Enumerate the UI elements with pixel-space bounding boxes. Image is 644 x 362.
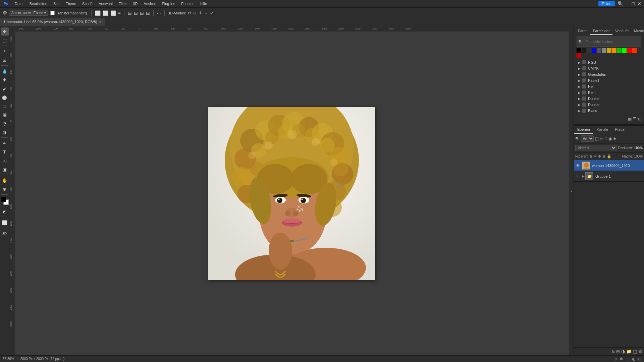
rotate3d-icon[interactable]: ↺: [188, 11, 191, 15]
lock-move-icon[interactable]: ✥: [598, 154, 601, 159]
color-group-cmyk[interactable]: ▶ CMYK: [577, 65, 641, 71]
heal-tool[interactable]: ✚: [1, 76, 9, 84]
menu-hilfe[interactable]: Hilfe: [197, 1, 210, 6]
color-search-input[interactable]: [584, 39, 640, 45]
layer-item-gruppe[interactable]: 👁 ▶ 📁 Gruppe 1: [574, 171, 644, 182]
eraser-tool[interactable]: ◻: [1, 102, 9, 110]
minimize-icon[interactable]: ─: [626, 1, 629, 6]
swatch-yellow[interactable]: [607, 48, 611, 53]
farbfelder-tab[interactable]: Farbfelder: [590, 27, 612, 35]
swatch-midgray[interactable]: [597, 48, 601, 53]
scale3d-icon[interactable]: ⤢: [210, 11, 213, 15]
swatch-redorange[interactable]: [632, 48, 637, 53]
layer-tool-3[interactable]: T: [605, 136, 607, 141]
lock-all-icon[interactable]: 🔒: [607, 154, 611, 159]
tab-close-button[interactable]: ×: [99, 20, 101, 24]
swatch-orange[interactable]: [612, 48, 616, 53]
lock-draw-icon[interactable]: ✏: [594, 154, 597, 159]
swatch-lightgray[interactable]: [602, 48, 606, 53]
swatch-darkred[interactable]: [577, 53, 581, 58]
canvas-image[interactable]: [208, 107, 375, 280]
3d-tool[interactable]: 3D: [1, 230, 9, 238]
visibility-eye[interactable]: 👁: [575, 163, 581, 168]
lasso-tool[interactable]: ⌖: [1, 47, 9, 55]
orbit3d-icon[interactable]: ⊙: [193, 11, 197, 15]
zoom-tool[interactable]: ⊕: [1, 185, 9, 193]
color-group-dunkel[interactable]: ▶ Dunkel: [577, 96, 641, 102]
swatch-blue[interactable]: [592, 48, 596, 53]
layer-tool-5[interactable]: ✱: [613, 136, 616, 141]
swatch-darkgray[interactable]: [582, 48, 586, 53]
eyedropper-tool[interactable]: 💧: [1, 67, 9, 75]
color-group-graustufen[interactable]: ▶ Graustufen: [577, 71, 641, 77]
dist-left-icon[interactable]: ⊟: [128, 10, 132, 16]
color-search-box[interactable]: 🔍: [577, 37, 641, 47]
color-group-rgb[interactable]: ▶ RGB: [577, 59, 641, 65]
grid-view-icon[interactable]: ▦: [628, 117, 632, 121]
pan3d-icon[interactable]: ✛: [199, 11, 202, 15]
layer-tool-2[interactable]: ✏: [600, 136, 603, 141]
add-adjustment-icon[interactable]: ◑: [621, 349, 625, 354]
document-tab[interactable]: Unbenannt-1 bei 65,9% (woman-1439909_192…: [0, 18, 105, 26]
share-button[interactable]: Teilen: [598, 1, 615, 6]
status-icon-4[interactable]: ◐: [632, 357, 635, 361]
hand-tool[interactable]: ✋: [1, 176, 9, 184]
menu-bild[interactable]: Bild: [51, 1, 62, 6]
fill-value[interactable]: 100%: [634, 155, 643, 158]
color-group-dunkler[interactable]: ▶ Dunkler: [577, 102, 641, 108]
menu-fenster[interactable]: Fenster: [178, 1, 196, 6]
blend-mode-select[interactable]: Normal Abdunkeln Multiplizieren Überlapp…: [575, 145, 616, 151]
layer-tool-4[interactable]: ◉: [608, 136, 612, 141]
blur-tool[interactable]: ◔: [1, 119, 9, 127]
lock-artboard-icon[interactable]: ⊟: [602, 154, 605, 159]
status-icon-3[interactable]: ⬚: [626, 357, 629, 361]
fx-icon[interactable]: fx: [612, 350, 615, 354]
dist-vertical-icon[interactable]: ⊟: [146, 10, 150, 16]
right-collapse-panel[interactable]: ◂: [569, 26, 574, 355]
artboard-tool[interactable]: ⬚: [1, 36, 9, 44]
path-select-tool[interactable]: ◁: [1, 157, 9, 165]
swatch-green[interactable]: [617, 48, 622, 53]
search-icon[interactable]: 🔍: [618, 1, 623, 6]
color-group-blass[interactable]: ▶ Blass: [577, 108, 641, 114]
ebenen-tab[interactable]: Ebenen: [574, 126, 593, 134]
add-mask-icon[interactable]: ⊟: [616, 349, 620, 354]
color-group-hell[interactable]: ▶ Hell: [577, 83, 641, 89]
new-group-icon[interactable]: 📁: [626, 349, 632, 354]
type-tool[interactable]: T: [1, 148, 9, 156]
layer-item-woman[interactable]: 👁 woman-1439909_1920: [574, 160, 644, 171]
swatch-size-icon[interactable]: ⊟: [638, 117, 641, 121]
verlaufe-tab[interactable]: Verläufe: [612, 27, 631, 35]
close-icon[interactable]: ✕: [637, 1, 641, 6]
status-icon-2[interactable]: ✱: [620, 357, 623, 361]
delete-layer-icon[interactable]: 🗑: [638, 349, 643, 354]
maximize-icon[interactable]: □: [632, 1, 635, 6]
swatch-brightgreen[interactable]: [622, 48, 627, 53]
align-right-icon[interactable]: ⬜: [110, 10, 116, 16]
screen-mode-button[interactable]: ⬜: [1, 219, 9, 227]
transform-checkbox-label[interactable]: Transformationstrg.: [50, 11, 88, 15]
expand-arrow-icon[interactable]: ▶: [582, 174, 585, 178]
crop-tool[interactable]: ⊡: [1, 56, 9, 64]
swatch-red[interactable]: [627, 48, 632, 53]
pfade-tab[interactable]: Pfade: [611, 126, 628, 134]
dist-right-icon[interactable]: ⊟: [140, 10, 144, 16]
quick-mask-toggle[interactable]: ◩: [1, 207, 9, 216]
color-group-pastell[interactable]: ▶ Pastell: [577, 77, 641, 83]
color-group-rein[interactable]: ▶ Rein: [577, 89, 641, 96]
layer-type-filter[interactable]: Art: [581, 135, 594, 142]
muster-tab[interactable]: Muster: [631, 27, 644, 35]
list-view-icon[interactable]: ☰: [633, 117, 637, 121]
visibility-eye-hidden[interactable]: 👁: [575, 174, 581, 179]
opacity-value[interactable]: 100%: [634, 146, 643, 150]
menu-bearbeiten[interactable]: Bearbeiten: [27, 1, 50, 6]
slide3d-icon[interactable]: ↔: [204, 11, 208, 15]
more-options-icon[interactable]: ···: [157, 10, 161, 16]
new-layer-icon[interactable]: ⬚: [633, 349, 637, 354]
kanale-tab[interactable]: Kanäle: [593, 126, 611, 134]
rect-tool[interactable]: ▣: [1, 165, 9, 173]
align-left-icon[interactable]: ⬜: [95, 10, 101, 16]
foreground-color[interactable]: [1, 197, 6, 202]
menu-ansicht[interactable]: Ansicht: [141, 1, 158, 6]
move-tool[interactable]: ✥: [1, 27, 9, 36]
